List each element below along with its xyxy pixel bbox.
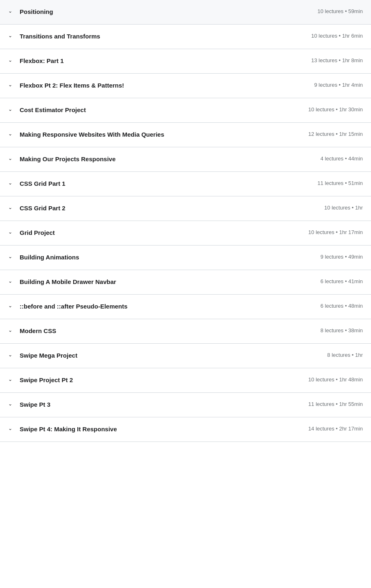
- section-item-2[interactable]: ⌄ Transitions and Transforms 10 lectures…: [0, 25, 371, 49]
- section-left: ⌄ Making Responsive Websites With Media …: [8, 130, 300, 139]
- section-title: Building Animations: [20, 253, 79, 261]
- section-left: ⌄ Swipe Pt 3: [8, 400, 300, 409]
- section-title: Swipe Project Pt 2: [20, 376, 73, 384]
- section-title: Making Our Projects Responsive: [20, 155, 115, 163]
- chevron-down-icon: ⌄: [8, 131, 15, 137]
- section-left: ⌄ Cost Estimator Project: [8, 106, 300, 114]
- section-left: ⌄ Grid Project: [8, 228, 300, 237]
- section-item-3[interactable]: ⌄ Flexbox: Part 1 13 lectures • 1hr 8min: [0, 49, 371, 74]
- section-title: ::before and ::after Pseudo-Elements: [20, 302, 127, 311]
- section-meta: 6 lectures • 41min: [320, 277, 363, 284]
- section-left: ⌄ CSS Grid Part 1: [8, 179, 309, 188]
- section-meta: 6 lectures • 48min: [320, 302, 363, 309]
- section-item-7[interactable]: ⌄ Making Our Projects Responsive 4 lectu…: [0, 147, 371, 172]
- section-title: Flexbox: Part 1: [20, 56, 64, 65]
- section-left: ⌄ ::before and ::after Pseudo-Elements: [8, 302, 312, 311]
- section-left: ⌄ Swipe Project Pt 2: [8, 376, 300, 384]
- chevron-down-icon: ⌄: [8, 180, 15, 186]
- chevron-down-icon: ⌄: [8, 229, 15, 235]
- section-meta: 10 lectures • 59min: [317, 7, 363, 14]
- chevron-down-icon: ⌄: [8, 254, 15, 259]
- section-title: Swipe Pt 4: Making It Responsive: [20, 425, 117, 433]
- section-left: ⌄ Flexbox Pt 2: Flex Items & Patterns!: [8, 81, 306, 90]
- chevron-down-icon: ⌄: [8, 205, 15, 210]
- section-title: Cost Estimator Project: [20, 106, 86, 114]
- section-item-8[interactable]: ⌄ CSS Grid Part 1 11 lectures • 51min: [0, 172, 371, 196]
- section-meta: 11 lectures • 51min: [317, 179, 363, 186]
- section-item-18[interactable]: ⌄ Swipe Pt 4: Making It Responsive 14 le…: [0, 417, 371, 442]
- chevron-down-icon: ⌄: [8, 352, 15, 358]
- chevron-down-icon: ⌄: [8, 327, 15, 333]
- section-item-14[interactable]: ⌄ Modern CSS 8 lectures • 38min: [0, 319, 371, 344]
- section-title: Transitions and Transforms: [20, 32, 100, 41]
- section-meta: 13 lectures • 1hr 8min: [311, 56, 363, 63]
- section-item-11[interactable]: ⌄ Building Animations 9 lectures • 49min: [0, 246, 371, 270]
- section-left: ⌄ Modern CSS: [8, 327, 312, 335]
- chevron-down-icon: ⌄: [8, 303, 15, 309]
- section-meta: 10 lectures • 1hr 17min: [308, 228, 363, 235]
- chevron-down-icon: ⌄: [8, 33, 15, 38]
- section-left: ⌄ Building Animations: [8, 253, 312, 261]
- chevron-down-icon: ⌄: [8, 401, 15, 407]
- chevron-down-icon: ⌄: [8, 106, 15, 112]
- section-meta: 11 lectures • 1hr 55min: [308, 400, 363, 407]
- section-left: ⌄ Swipe Mega Project: [8, 351, 319, 360]
- section-item-17[interactable]: ⌄ Swipe Pt 3 11 lectures • 1hr 55min: [0, 393, 371, 417]
- section-meta: 9 lectures • 49min: [320, 253, 363, 260]
- section-item-15[interactable]: ⌄ Swipe Mega Project 8 lectures • 1hr: [0, 344, 371, 368]
- section-left: ⌄ CSS Grid Part 2: [8, 204, 316, 212]
- section-item-1[interactable]: ⌄ Positioning 10 lectures • 59min: [0, 0, 371, 25]
- section-meta: 10 lectures • 1hr 30min: [308, 106, 363, 113]
- chevron-down-icon: ⌄: [8, 82, 15, 88]
- section-title: Modern CSS: [20, 327, 56, 335]
- section-left: ⌄ Making Our Projects Responsive: [8, 155, 312, 163]
- section-meta: 10 lectures • 1hr 6min: [311, 32, 363, 39]
- section-left: ⌄ Transitions and Transforms: [8, 32, 303, 41]
- section-item-16[interactable]: ⌄ Swipe Project Pt 2 10 lectures • 1hr 4…: [0, 368, 371, 393]
- section-title: Flexbox Pt 2: Flex Items & Patterns!: [20, 81, 124, 90]
- chevron-down-icon: ⌄: [8, 426, 15, 431]
- section-meta: 9 lectures • 1hr 4min: [314, 81, 363, 88]
- section-meta: 8 lectures • 1hr: [327, 351, 363, 358]
- section-item-9[interactable]: ⌄ CSS Grid Part 2 10 lectures • 1hr: [0, 196, 371, 221]
- section-title: CSS Grid Part 2: [20, 204, 66, 212]
- section-left: ⌄ Building A Mobile Drawer Navbar: [8, 277, 312, 286]
- section-item-13[interactable]: ⌄ ::before and ::after Pseudo-Elements 6…: [0, 295, 371, 319]
- section-title: Swipe Pt 3: [20, 400, 50, 409]
- section-item-10[interactable]: ⌄ Grid Project 10 lectures • 1hr 17min: [0, 221, 371, 246]
- section-meta: 8 lectures • 38min: [320, 327, 363, 333]
- section-title: Positioning: [20, 7, 53, 16]
- chevron-down-icon: ⌄: [8, 376, 15, 382]
- course-section-list: ⌄ Positioning 10 lectures • 59min ⌄ Tran…: [0, 0, 371, 442]
- section-title: Grid Project: [20, 228, 55, 237]
- section-meta: 14 lectures • 2hr 17min: [308, 425, 363, 432]
- chevron-down-icon: ⌄: [8, 57, 15, 63]
- section-item-12[interactable]: ⌄ Building A Mobile Drawer Navbar 6 lect…: [0, 270, 371, 295]
- section-meta: 12 lectures • 1hr 15min: [308, 130, 363, 137]
- section-meta: 10 lectures • 1hr 48min: [308, 376, 363, 383]
- section-meta: 10 lectures • 1hr: [324, 204, 363, 211]
- section-item-6[interactable]: ⌄ Making Responsive Websites With Media …: [0, 123, 371, 147]
- section-title: Swipe Mega Project: [20, 351, 77, 360]
- section-title: Making Responsive Websites With Media Qu…: [20, 130, 164, 139]
- section-item-4[interactable]: ⌄ Flexbox Pt 2: Flex Items & Patterns! 9…: [0, 74, 371, 98]
- section-left: ⌄ Positioning: [8, 7, 309, 16]
- chevron-down-icon: ⌄: [8, 155, 15, 161]
- section-title: Building A Mobile Drawer Navbar: [20, 277, 116, 286]
- chevron-down-icon: ⌄: [8, 278, 15, 284]
- section-item-5[interactable]: ⌄ Cost Estimator Project 10 lectures • 1…: [0, 98, 371, 123]
- section-title: CSS Grid Part 1: [20, 179, 66, 188]
- section-left: ⌄ Swipe Pt 4: Making It Responsive: [8, 425, 300, 433]
- section-left: ⌄ Flexbox: Part 1: [8, 56, 303, 65]
- chevron-down-icon: ⌄: [8, 8, 15, 14]
- section-meta: 4 lectures • 44min: [320, 155, 363, 162]
